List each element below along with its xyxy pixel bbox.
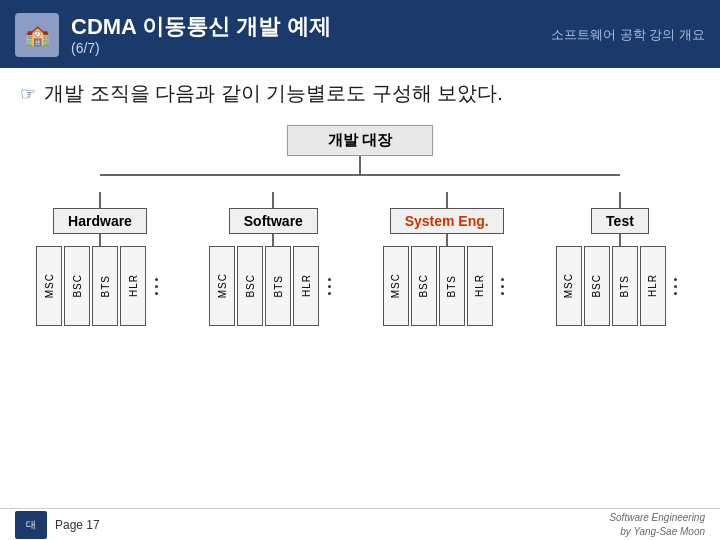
col-software-subline bbox=[272, 234, 274, 246]
h-line bbox=[100, 174, 620, 176]
sub-item-box-hlr-sw: HLR bbox=[293, 246, 319, 326]
columns-row: Hardware MSC BSC BTS bbox=[20, 192, 700, 326]
intro-bar: ☞ 개발 조직을 다음과 같이 기능별로도 구성해 보았다. bbox=[20, 80, 700, 107]
intro-text: 개발 조직을 다음과 같이 기능별로도 구성해 보았다. bbox=[44, 80, 503, 107]
sub-item-label-bsc-sw: BSC bbox=[245, 274, 256, 298]
sub-item-bts-t: BTS bbox=[612, 246, 638, 326]
sub-item-box-msc-se: MSC bbox=[383, 246, 409, 326]
sub-item-box-bts-se: BTS bbox=[439, 246, 465, 326]
sub-item-box-bsc-sw: BSC bbox=[237, 246, 263, 326]
dot1-hw bbox=[155, 278, 158, 281]
dots-t bbox=[668, 246, 684, 326]
sub-item-label-bts-t: BTS bbox=[619, 275, 630, 297]
dot1-t bbox=[674, 278, 677, 281]
org-top-box: 개발 대장 bbox=[287, 125, 433, 156]
footer-page-label: Page 17 bbox=[55, 518, 100, 532]
header-left: 🏫 CDMA 이동통신 개발 예제 (6/7) bbox=[15, 13, 331, 57]
col-syseng-line bbox=[446, 192, 448, 208]
col-test-items: MSC BSC BTS HL bbox=[556, 246, 684, 326]
sub-item-bsc-hw: BSC bbox=[64, 246, 90, 326]
col-hardware-items: MSC BSC BTS HL bbox=[36, 246, 164, 326]
sub-item-hlr-se: HLR bbox=[467, 246, 493, 326]
sub-item-label-bts-se: BTS bbox=[446, 275, 457, 297]
page-subtitle: (6/7) bbox=[71, 40, 331, 56]
col-test-header: Test bbox=[591, 208, 649, 234]
bullet-icon: ☞ bbox=[20, 83, 36, 105]
sub-item-box-hlr-se: HLR bbox=[467, 246, 493, 326]
col-syseng-items: MSC BSC BTS HL bbox=[383, 246, 511, 326]
dots-hw bbox=[148, 246, 164, 326]
sub-item-box-hlr-hw: HLR bbox=[120, 246, 146, 326]
sub-item-box-msc-hw: MSC bbox=[36, 246, 62, 326]
col-test: Test MSC BSC BTS bbox=[540, 192, 700, 326]
dot2-hw bbox=[155, 285, 158, 288]
footer-credit: Software Engineering by Yang-Sae Moon bbox=[609, 511, 705, 539]
dot1-sw bbox=[328, 278, 331, 281]
sub-item-label-bts-sw: BTS bbox=[273, 275, 284, 297]
sub-item-label-bsc-t: BSC bbox=[591, 274, 602, 298]
dot3-sw bbox=[328, 292, 331, 295]
col-hardware: Hardware MSC BSC BTS bbox=[20, 192, 180, 326]
sub-item-label-msc-sw: MSC bbox=[217, 273, 228, 298]
footer-left: 대 Page 17 bbox=[15, 511, 100, 539]
sub-item-bsc-se: BSC bbox=[411, 246, 437, 326]
col-software-header: Software bbox=[229, 208, 318, 234]
sub-item-hlr-sw: HLR bbox=[293, 246, 319, 326]
sub-item-bts-sw: BTS bbox=[265, 246, 291, 326]
col-hardware-line bbox=[99, 192, 101, 208]
sub-item-label-hlr-t: HLR bbox=[647, 274, 658, 297]
footer-logo-icon: 대 bbox=[15, 511, 47, 539]
sub-item-bsc-sw: BSC bbox=[237, 246, 263, 326]
main-content: ☞ 개발 조직을 다음과 같이 기능별로도 구성해 보았다. 개발 대장 Har… bbox=[0, 68, 720, 336]
col-syseng-header: System Eng. bbox=[390, 208, 504, 234]
dot3-t bbox=[674, 292, 677, 295]
sub-item-hlr-t: HLR bbox=[640, 246, 666, 326]
sub-item-box-bsc-hw: BSC bbox=[64, 246, 90, 326]
sub-item-box-msc-t: MSC bbox=[556, 246, 582, 326]
sub-item-bsc-t: BSC bbox=[584, 246, 610, 326]
sub-item-msc-hw: MSC bbox=[36, 246, 62, 326]
org-chart: 개발 대장 Hardware MSC bbox=[20, 125, 700, 326]
col-test-line bbox=[619, 192, 621, 208]
sub-item-box-bsc-se: BSC bbox=[411, 246, 437, 326]
sub-item-label-bts-hw: BTS bbox=[100, 275, 111, 297]
col-syseng: System Eng. MSC BSC bbox=[367, 192, 527, 326]
sub-item-bts-hw: BTS bbox=[92, 246, 118, 326]
col-software-line bbox=[272, 192, 274, 208]
page-title: CDMA 이동통신 개발 예제 bbox=[71, 14, 331, 40]
dot2-se bbox=[501, 285, 504, 288]
col-software: Software MSC BSC BTS bbox=[193, 192, 353, 326]
dots-se bbox=[495, 246, 511, 326]
sub-item-box-hlr-t: HLR bbox=[640, 246, 666, 326]
header-logo-icon: 🏫 bbox=[15, 13, 59, 57]
sub-item-msc-se: MSC bbox=[383, 246, 409, 326]
sub-item-msc-sw: MSC bbox=[209, 246, 235, 326]
sub-item-box-bts-t: BTS bbox=[612, 246, 638, 326]
footer-credit-line2: by Yang-Sae Moon bbox=[620, 526, 705, 537]
footer: 대 Page 17 Software Engineering by Yang-S… bbox=[0, 508, 720, 540]
sub-item-label-hlr-se: HLR bbox=[474, 274, 485, 297]
col-hardware-header: Hardware bbox=[53, 208, 147, 234]
horizontal-connector bbox=[20, 174, 700, 192]
dot2-t bbox=[674, 285, 677, 288]
sub-item-box-bts-hw: BTS bbox=[92, 246, 118, 326]
col-hardware-subline bbox=[99, 234, 101, 246]
dot1-se bbox=[501, 278, 504, 281]
header: 🏫 CDMA 이동통신 개발 예제 (6/7) 소프트웨어 공학 강의 개요 bbox=[0, 0, 720, 68]
sub-item-label-msc-t: MSC bbox=[563, 273, 574, 298]
connector-top-line bbox=[359, 156, 361, 174]
sub-item-label-msc-se: MSC bbox=[390, 273, 401, 298]
header-title-block: CDMA 이동통신 개발 예제 (6/7) bbox=[71, 14, 331, 56]
dot2-sw bbox=[328, 285, 331, 288]
sub-item-hlr-hw: HLR bbox=[120, 246, 146, 326]
col-software-items: MSC BSC BTS HL bbox=[209, 246, 337, 326]
footer-credit-line1: Software Engineering bbox=[609, 512, 705, 523]
col-test-subline bbox=[619, 234, 621, 246]
sub-item-label-bsc-se: BSC bbox=[418, 274, 429, 298]
sub-item-box-msc-sw: MSC bbox=[209, 246, 235, 326]
dot3-hw bbox=[155, 292, 158, 295]
sub-item-msc-t: MSC bbox=[556, 246, 582, 326]
sub-item-label-hlr-sw: HLR bbox=[301, 274, 312, 297]
header-tagline: 소프트웨어 공학 강의 개요 bbox=[551, 26, 705, 44]
sub-item-label-msc-hw: MSC bbox=[44, 273, 55, 298]
